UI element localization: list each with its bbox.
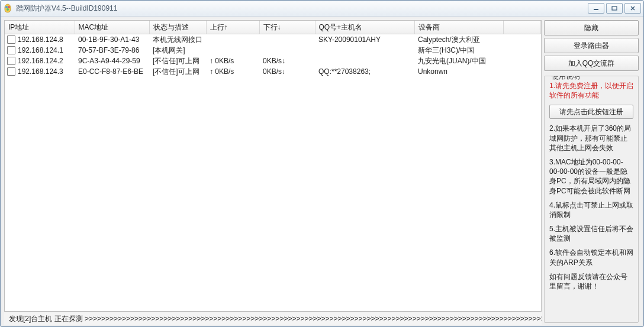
window-title: 蹭网防护器V4.5--BuildID190911 xyxy=(16,4,588,14)
table-header-row: IP地址 MAC地址 状态与描述 上行↑ 下行↓ QQ号+主机名 设备商 xyxy=(5,21,541,34)
cell-vendor: Unkonwn xyxy=(414,66,503,77)
cell-vendor: 新华三(H3C)/中国 xyxy=(414,45,503,56)
status-text: 发现[2]台主机 正在探测 >>>>>>>>>>>>>>>>>>>>>>>>>>… xyxy=(9,314,542,324)
col-up[interactable]: 上行↑ xyxy=(206,21,259,34)
host-table: IP地址 MAC地址 状态与描述 上行↑ 下行↓ QQ号+主机名 设备商 192… xyxy=(5,21,541,77)
cell-ip[interactable]: 192.168.124.1 xyxy=(5,45,75,56)
side-panel: 隐藏 登录路由器 加入QQ交流群 使用说明 1.请先免费注册，以便开启软件的所有… xyxy=(542,17,643,326)
cell-ip[interactable]: 192.168.124.8 xyxy=(5,34,75,46)
row-checkbox[interactable] xyxy=(7,57,15,65)
col-ip[interactable]: IP地址 xyxy=(5,21,75,34)
table-row[interactable]: 192.168.124.800-1B-9F-30-A1-43本机无线网接口SKY… xyxy=(5,34,541,46)
col-mac[interactable]: MAC地址 xyxy=(75,21,149,34)
maximize-button[interactable] xyxy=(606,3,623,14)
cell-down xyxy=(259,34,315,46)
cell-extra xyxy=(503,56,541,66)
ip-text: 192.168.124.1 xyxy=(18,46,63,54)
cell-mac: 00-1B-9F-30-A1-43 xyxy=(75,34,149,46)
col-extra[interactable] xyxy=(503,21,541,34)
cell-mac: E0-CC-F8-87-E6-BE xyxy=(75,66,149,77)
hide-button[interactable]: 隐藏 xyxy=(544,20,639,35)
cell-up: ↑ 0KB/s xyxy=(206,66,259,77)
cell-mac: 9C-A3-A9-44-29-59 xyxy=(75,56,149,66)
col-state[interactable]: 状态与描述 xyxy=(149,21,206,34)
row-checkbox[interactable] xyxy=(7,46,15,54)
cell-mac: 70-57-BF-3E-79-86 xyxy=(75,45,149,56)
app-window: 蹭网防护器V4.5--BuildID190911 IP地址 MAC地址 xyxy=(0,0,644,327)
cell-qq: QQ:**27038263; xyxy=(315,66,414,77)
usage-group: 使用说明 1.请先免费注册，以便开启软件的所有功能 请先点击此按钮注册 2.如果… xyxy=(544,76,639,323)
cell-state: 本机无线网接口 xyxy=(149,34,206,46)
status-bar: 发现[2]台主机 正在探测 >>>>>>>>>>>>>>>>>>>>>>>>>>… xyxy=(4,312,542,325)
register-button[interactable]: 请先点击此按钮注册 xyxy=(549,105,633,119)
svg-rect-4 xyxy=(612,7,617,10)
cell-qq xyxy=(315,56,414,66)
tip-2: 2.如果本机开启了360的局域网防护，那有可能禁止其他主机上网会失效 xyxy=(549,124,633,153)
main-panel: IP地址 MAC地址 状态与描述 上行↑ 下行↓ QQ号+主机名 设备商 192… xyxy=(1,17,542,326)
cell-down: 0KB/s↓ xyxy=(259,56,315,66)
svg-rect-3 xyxy=(594,9,598,10)
cell-state: [不信任]可上网 xyxy=(149,56,206,66)
cell-extra xyxy=(503,34,541,46)
host-grid: IP地址 MAC地址 状态与描述 上行↑ 下行↓ QQ号+主机名 设备商 192… xyxy=(4,20,542,312)
table-row[interactable]: 192.168.124.170-57-BF-3E-79-86[本机网关]新华三(… xyxy=(5,45,541,56)
table-row[interactable]: 192.168.124.3E0-CC-F8-87-E6-BE[不信任]可上网↑ … xyxy=(5,66,541,77)
cell-vendor: 九安光电(JUAN)/中国 xyxy=(414,56,503,66)
cell-up: ↑ 0KB/s xyxy=(206,56,259,66)
cell-qq xyxy=(315,45,414,56)
svg-point-0 xyxy=(5,6,8,8)
cell-state: [不信任]可上网 xyxy=(149,66,206,77)
row-checkbox[interactable] xyxy=(7,67,15,76)
cell-vendor: Calyptech/澳大利亚 xyxy=(414,34,503,46)
cell-extra xyxy=(503,45,541,56)
tip-4: 4.鼠标点击可禁止上网或取消限制 xyxy=(549,200,633,219)
tip-5: 5.主机被设置信任后将不会被监测 xyxy=(549,224,633,243)
cell-qq: SKY-20090101AHY xyxy=(315,34,414,46)
ip-text: 192.168.124.3 xyxy=(18,67,63,76)
cell-ip[interactable]: 192.168.124.3 xyxy=(5,66,75,77)
ip-text: 192.168.124.2 xyxy=(18,57,63,65)
title-bar: 蹭网防护器V4.5--BuildID190911 xyxy=(1,1,643,17)
cell-ip[interactable]: 192.168.124.2 xyxy=(5,56,75,66)
row-checkbox[interactable] xyxy=(7,35,15,44)
col-qq[interactable]: QQ号+主机名 xyxy=(315,21,414,34)
tip-footer: 如有问题反馈请在公众号里留言，谢谢！ xyxy=(549,272,633,291)
svg-point-2 xyxy=(7,8,9,11)
window-controls xyxy=(588,3,641,14)
col-down[interactable]: 下行↓ xyxy=(259,21,315,34)
cell-extra xyxy=(503,66,541,77)
login-router-button[interactable]: 登录路由器 xyxy=(544,38,639,53)
col-vendor[interactable]: 设备商 xyxy=(414,21,503,34)
cell-down xyxy=(259,45,315,56)
app-icon xyxy=(3,4,12,13)
svg-point-1 xyxy=(8,6,10,8)
tip-1: 1.请先免费注册，以便开启软件的所有功能 xyxy=(549,81,633,100)
usage-legend: 使用说明 xyxy=(549,76,582,82)
table-row[interactable]: 192.168.124.29C-A3-A9-44-29-59[不信任]可上网↑ … xyxy=(5,56,541,66)
join-qq-group-button[interactable]: 加入QQ交流群 xyxy=(544,56,639,71)
tip-6: 6.软件会自动锁定本机和网关的ARP关系 xyxy=(549,248,633,267)
ip-text: 192.168.124.8 xyxy=(18,35,63,44)
cell-up xyxy=(206,34,259,46)
close-button[interactable] xyxy=(624,3,641,14)
cell-down: 0KB/s↓ xyxy=(259,66,315,77)
cell-state: [本机网关] xyxy=(149,45,206,56)
minimize-button[interactable] xyxy=(588,3,604,14)
cell-up xyxy=(206,45,259,56)
tip-3: 3.MAC地址为00-00-00-00-00-00的设备一般是隐身PC，所有局域… xyxy=(549,157,633,196)
